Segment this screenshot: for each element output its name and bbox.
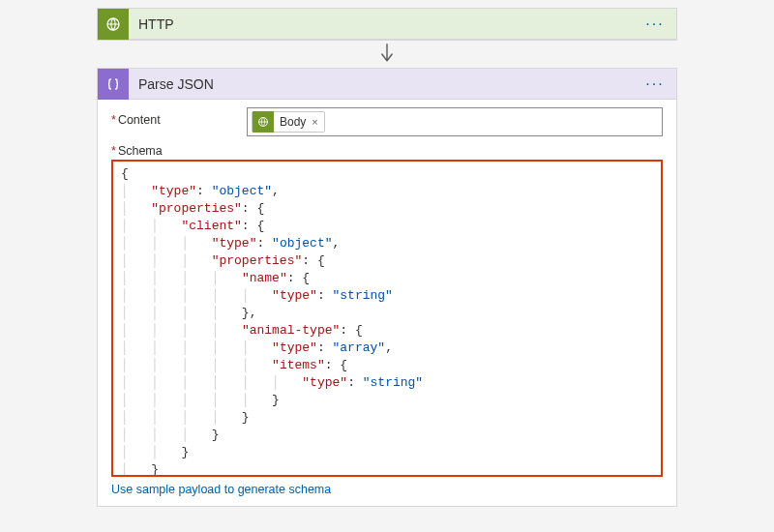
- body-token-label: Body: [280, 115, 306, 129]
- http-icon: [98, 9, 129, 40]
- connector-arrow: [97, 41, 677, 68]
- required-indicator: *: [111, 113, 116, 127]
- parse-json-icon: [98, 69, 129, 100]
- http-card-title: HTTP: [138, 16, 641, 32]
- arrow-down-icon: [378, 43, 396, 66]
- schema-label: *Schema: [111, 144, 663, 158]
- designer-canvas: HTTP ··· Parse JSON ··· *Content: [0, 8, 774, 507]
- parse-json-card-menu-button[interactable]: ···: [641, 75, 669, 93]
- content-input[interactable]: Body ×: [247, 107, 663, 136]
- use-sample-payload-link[interactable]: Use sample payload to generate schema: [111, 483, 331, 496]
- content-row: *Content Body ×: [111, 107, 663, 136]
- parse-json-card-title: Parse JSON: [138, 76, 641, 92]
- schema-editor[interactable]: { │ "type": "object", │ "properties": { …: [113, 162, 661, 475]
- parse-json-card-header[interactable]: Parse JSON ···: [98, 69, 676, 100]
- http-card-menu-button[interactable]: ···: [641, 15, 669, 33]
- body-token[interactable]: Body ×: [252, 111, 325, 133]
- http-card-header[interactable]: HTTP ···: [98, 9, 676, 40]
- http-icon: [253, 111, 274, 133]
- parse-json-card: Parse JSON ··· *Content: [97, 68, 677, 507]
- http-card: HTTP ···: [97, 8, 677, 41]
- content-label: *Content: [111, 107, 247, 127]
- token-remove-button[interactable]: ×: [312, 116, 317, 128]
- required-indicator: *: [111, 144, 116, 158]
- parse-json-card-body: *Content Body ×: [98, 100, 676, 506]
- schema-editor-highlight: { │ "type": "object", │ "properties": { …: [111, 160, 663, 477]
